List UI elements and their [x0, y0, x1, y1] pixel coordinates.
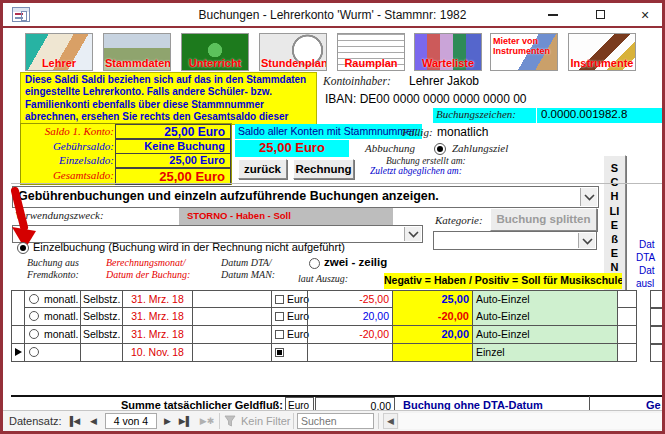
frequency-cell[interactable]	[42, 344, 80, 361]
frequency-cell[interactable]: monatl.	[42, 308, 80, 325]
date-cell[interactable]: 31. Mrz. 18	[122, 291, 192, 308]
record-selector[interactable]	[12, 291, 25, 308]
navigator-separator	[293, 413, 294, 429]
amount-signed-cell[interactable]: 20,00	[392, 326, 472, 343]
header-datum-dta: Datum DTA/	[221, 257, 272, 268]
last-record-button[interactable]: ▶▌	[177, 413, 194, 429]
toolbar-button-label: Raumplan	[339, 57, 403, 69]
extra-cell[interactable]	[617, 344, 637, 361]
saldo-konto-value: 25,00 Euro	[115, 124, 231, 139]
date-cell[interactable]: 31. Mrz. 18	[122, 308, 192, 325]
einzelbuchung-radio[interactable]	[17, 242, 29, 254]
dta-date-cell[interactable]	[192, 326, 271, 343]
toolbar-button-raumplan[interactable]: Raumplan	[337, 33, 405, 71]
buchungen-filter-dropdown[interactable]: Gebührenbuchungen und einzeln aufzuführe…	[12, 186, 599, 208]
record-position-box[interactable]: 4 von 4	[105, 413, 157, 429]
toolbar-button-warteliste[interactable]: Warteliste	[414, 33, 482, 71]
toolbar-button-label: Stundenplan	[261, 57, 325, 69]
toolbar-button-stundenplan[interactable]: Stundenplan	[259, 33, 327, 71]
toolbar-button-stammdaten[interactable]: Stammdaten	[103, 33, 171, 71]
extra-cell[interactable]	[617, 308, 637, 325]
clipped-label-dta: DTA	[636, 252, 655, 263]
zweizeilig-radio[interactable]	[309, 258, 320, 269]
extra-cell[interactable]	[617, 326, 637, 343]
chevron-down-icon[interactable]	[404, 227, 421, 241]
abbuchung-radio[interactable]	[434, 143, 446, 155]
chevron-down-icon[interactable]	[578, 233, 595, 248]
minimize-button[interactable]	[538, 5, 568, 25]
amount-signed-cell[interactable]: 25,00	[392, 291, 472, 308]
record-selector[interactable]	[12, 308, 25, 325]
filter-icon[interactable]	[224, 415, 236, 427]
amount-column-header: Negativ = Haben / Positiv = Soll für Mus…	[384, 273, 622, 289]
zurueck-button[interactable]: zurück	[238, 159, 287, 179]
row-checkbox-null[interactable]	[275, 348, 284, 357]
zweizeilig-label: zwei - zeilig	[324, 256, 387, 268]
booking-type-cell[interactable]: Einzel	[472, 344, 617, 361]
hscroll-track[interactable]	[399, 413, 662, 429]
buchung-splitten-button[interactable]: Buchung splitten	[490, 208, 597, 231]
toolbar-button-unterricht[interactable]: Unterricht	[181, 33, 249, 71]
maximize-button[interactable]	[585, 5, 615, 25]
toolbar-button-mieter-von-instrumenten[interactable]: Mieter von Instrumenten	[490, 33, 558, 71]
payer-cell[interactable]	[80, 344, 122, 361]
clipped-label-ausl: ausl	[636, 278, 654, 289]
row-checkbox[interactable]	[275, 312, 284, 321]
chevron-down-icon[interactable]	[580, 188, 597, 206]
amount-cell[interactable]: -25,00	[307, 291, 392, 308]
toolbar-button-instrumente[interactable]: Instrumente	[568, 33, 636, 71]
dta-date-cell[interactable]	[192, 344, 271, 361]
new-record-button[interactable]: ▶✱	[196, 413, 218, 429]
rechnung-button[interactable]: Rechnung	[293, 159, 354, 179]
booking-type-cell[interactable]: Auto-Einzel	[472, 308, 617, 325]
side-cell[interactable]	[650, 344, 665, 362]
payer-cell[interactable]: Selbstz.	[80, 308, 122, 325]
first-record-button[interactable]: ▐◀	[65, 413, 82, 429]
kontoinhaber-label: Kontoinhaber:	[323, 75, 391, 87]
dta-date-cell[interactable]	[192, 308, 271, 325]
frequency-cell[interactable]: monatl.	[42, 326, 80, 343]
side-cell[interactable]	[650, 290, 665, 308]
zuletzt-abgeglichen-label: Zuletzt abgeglichen am:	[370, 166, 462, 176]
date-cell[interactable]: 31. Mrz. 18	[122, 326, 192, 343]
record-selector[interactable]	[12, 326, 25, 343]
amount-cell[interactable]	[307, 344, 392, 361]
previous-record-button[interactable]: ◀	[85, 413, 102, 429]
payer-cell[interactable]: Selbstz.	[80, 291, 122, 308]
navigator-separator	[378, 413, 379, 429]
side-cell[interactable]	[650, 308, 665, 326]
row-radio[interactable]	[25, 291, 42, 308]
record-selector-current[interactable]	[12, 344, 25, 361]
row-radio[interactable]	[25, 344, 42, 361]
toolbar-button-label: Lehrer	[27, 57, 91, 69]
laut-auszug-label: laut Auszug:	[298, 273, 348, 284]
row-radio[interactable]	[25, 308, 42, 325]
frequency-cell[interactable]: monatl.	[42, 291, 80, 308]
next-record-button[interactable]: ▶	[159, 413, 176, 429]
row-checkbox[interactable]	[275, 295, 284, 304]
extra-cell[interactable]	[617, 291, 637, 308]
date-cell[interactable]: 10. Nov. 18	[122, 344, 192, 361]
dta-date-cell[interactable]	[192, 291, 271, 308]
amount-signed-cell[interactable]: -20,00	[392, 308, 472, 325]
close-button[interactable]: ×	[630, 5, 660, 25]
side-cell[interactable]	[650, 326, 665, 344]
amount-signed-cell[interactable]	[392, 344, 472, 361]
kein-filter-label[interactable]: Kein Filter	[241, 415, 291, 427]
header-berechnungsmonat: Berechnungsmonat/	[106, 257, 186, 268]
amount-cell[interactable]: -20,00	[307, 326, 392, 343]
filter-dropdown-value: Gebührenbuchungen und einzeln aufzuführe…	[18, 189, 439, 203]
row-radio[interactable]	[25, 326, 42, 343]
row-checkbox[interactable]	[275, 330, 284, 339]
hscroll-left-arrow[interactable]: ◀	[383, 413, 398, 429]
kategorie-combobox[interactable]	[433, 231, 597, 250]
amount-cell[interactable]: 20,00	[307, 308, 392, 325]
header-buchung-aus: Buchung aus	[27, 257, 79, 268]
toolbar-button-lehrer[interactable]: Lehrer	[25, 33, 93, 71]
kontoinhaber-value: Lehrer Jakob	[409, 74, 479, 88]
table-row-new: 10. Nov. 18 Einzel	[11, 344, 637, 362]
search-input[interactable]	[297, 413, 374, 429]
payer-cell[interactable]: Selbstz.	[80, 326, 122, 343]
booking-type-cell[interactable]: Auto-Einzel	[472, 326, 617, 343]
booking-type-cell[interactable]: Auto-Einzel	[472, 291, 617, 308]
